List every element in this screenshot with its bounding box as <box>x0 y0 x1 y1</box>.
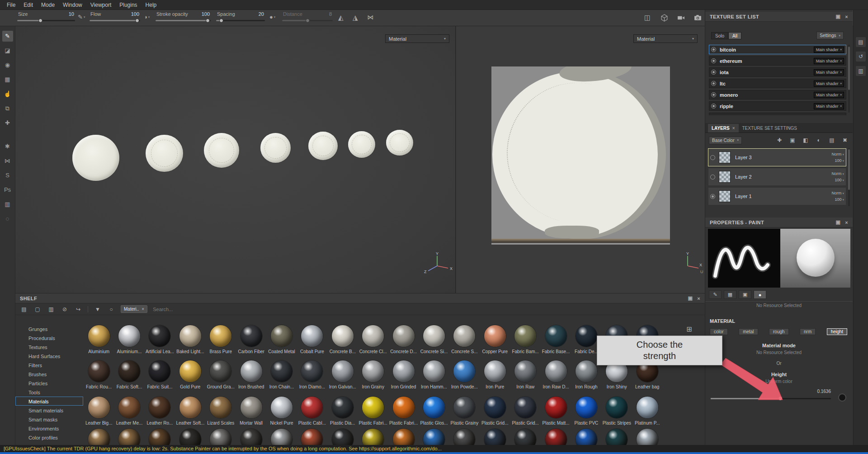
material-nickel-pure[interactable]: Nickel Pure <box>266 397 297 426</box>
material-item[interactable] <box>236 429 266 445</box>
material-concrete-d[interactable]: Concrete D... <box>388 325 419 354</box>
symmetry-icon[interactable]: ⋈ <box>2 156 13 166</box>
material-aluminium[interactable]: Aluminium... <box>114 325 144 354</box>
settings-dropdown[interactable]: Settings <box>816 32 844 39</box>
tab-layers[interactable]: LAYERS × <box>708 124 739 132</box>
file-list-icon[interactable]: ▥ <box>47 306 55 312</box>
material-plastic-dia[interactable]: Plastic Dia... <box>327 397 358 426</box>
menu-file[interactable]: File <box>3 1 19 9</box>
visibility-radio-icon[interactable] <box>711 81 716 86</box>
material-item[interactable] <box>602 429 632 445</box>
script-icon[interactable]: ▥ <box>2 199 13 210</box>
shelf-category-materials[interactable]: Materials <box>15 397 83 406</box>
material-item[interactable] <box>145 429 175 445</box>
stencil-tab[interactable]: ▣ <box>739 290 751 299</box>
size-control[interactable]: Size10 <box>17 11 75 25</box>
material-iron-hamm[interactable]: Iron Hamm... <box>419 360 449 389</box>
shader-select[interactable]: Main shader <box>814 80 844 87</box>
brush-falloff-icon[interactable]: ✎▾ <box>78 14 85 20</box>
material-iron-raw-d[interactable]: Iron Raw D... <box>541 360 571 389</box>
polygon-fill-tool[interactable]: ▦ <box>2 74 13 85</box>
material-copper-pure[interactable]: Copper Pure <box>480 325 510 354</box>
tab-close-icon[interactable]: × <box>732 126 735 131</box>
opacity-select[interactable]: 100 <box>835 158 844 163</box>
projection-tool[interactable]: ◉ <box>2 60 13 71</box>
menu-help[interactable]: Help <box>142 1 161 9</box>
material-cobalt-pure[interactable]: Cobalt Pure <box>297 325 327 354</box>
viewport-layout-icon[interactable]: ◫ <box>642 12 653 23</box>
layer-row-layer-3[interactable]: Layer 3Norm100 <box>708 148 846 166</box>
material-concrete-si[interactable]: Concrete Si... <box>419 325 449 354</box>
eraser-tool[interactable]: ◪ <box>2 45 13 56</box>
menu-edit[interactable]: Edit <box>19 1 37 9</box>
shelf-category-color-profiles[interactable]: Color profiles <box>15 433 83 442</box>
material-aluminium[interactable]: Aluminium <box>84 325 114 354</box>
material-fabric-suit[interactable]: Fabric Suit... <box>145 360 175 389</box>
delete-layer-icon[interactable]: ✖ <box>841 137 849 143</box>
add-layer-icon[interactable]: ▣ <box>788 137 797 143</box>
shelf-category-hard-surfaces[interactable]: Hard Surfaces <box>15 351 83 360</box>
layer-row-layer-1[interactable]: Layer 1Norm100 <box>708 187 846 205</box>
visibility-radio-icon[interactable] <box>711 92 716 97</box>
opacity-select[interactable]: 100 <box>835 178 844 182</box>
stroke-opacity-control[interactable]: Stroke opacity100 <box>156 11 211 25</box>
layer-thumbnail[interactable] <box>719 151 731 163</box>
material-item[interactable] <box>327 429 358 445</box>
material-fabric-soft[interactable]: Fabric Soft... <box>114 360 144 389</box>
material-item[interactable] <box>297 429 327 445</box>
material-mortar-wall[interactable]: Mortar Wall <box>236 397 266 426</box>
material-lizard-scales[interactable]: Lizard Scales <box>206 397 236 426</box>
new-file-icon[interactable]: ▢ <box>33 306 42 312</box>
material-fabric-bam[interactable]: Fabric Bam... <box>510 325 540 354</box>
visibility-radio-icon[interactable] <box>711 104 716 109</box>
material-item[interactable] <box>84 429 114 445</box>
shelf-filter-tag[interactable]: Materi.. × <box>121 305 147 313</box>
filter-circle-icon[interactable]: ○ <box>107 306 115 312</box>
shelf-category-grunges[interactable]: Grunges <box>15 324 83 333</box>
shelf-category-procedurals[interactable]: Procedurals <box>15 333 83 342</box>
channel-rough[interactable]: rough <box>769 328 789 335</box>
material-item[interactable] <box>358 429 388 445</box>
material-plastic-grid[interactable]: Plastic Grid... <box>510 397 540 426</box>
camera-video-icon[interactable] <box>675 12 686 23</box>
material-plastic-fabri[interactable]: Plastic Fabri... <box>388 397 419 426</box>
material-plastic-matt[interactable]: Plastic Matt... <box>541 397 571 426</box>
material-carbon-fiber[interactable]: Carbon Fiber <box>236 325 266 354</box>
texture-set-scrollbar[interactable] <box>848 45 850 113</box>
material-iron-grinded[interactable]: Iron Grinded <box>388 360 419 389</box>
material-plastic-pvc[interactable]: Plastic PVC <box>571 397 601 426</box>
size-slider[interactable] <box>17 20 75 21</box>
material-item[interactable] <box>206 429 236 445</box>
channel-metal[interactable]: metal <box>739 328 758 335</box>
smudge-tool[interactable]: ☝ <box>2 89 13 99</box>
viewport-3d[interactable]: Material Y X Z <box>15 26 456 293</box>
menu-mode[interactable]: Mode <box>37 1 59 9</box>
material-fabric-base[interactable]: Fabric Base... <box>541 325 571 354</box>
shelf-category-brushes[interactable]: Brushes <box>15 369 83 378</box>
material-item[interactable] <box>541 429 571 445</box>
shader-select[interactable]: Main shader <box>814 58 844 64</box>
clone-tool[interactable]: ⧉ <box>2 103 13 114</box>
stroke-opacity-icon[interactable]: ◑▾ <box>144 14 150 20</box>
history-icon[interactable]: ↺ <box>856 52 866 61</box>
height-color-swatch[interactable] <box>838 393 846 402</box>
add-fill-layer-icon[interactable]: ◧ <box>802 137 810 143</box>
channel-select-dropdown[interactable]: Base Color <box>709 137 742 144</box>
material-plastic-stripes[interactable]: Plastic Stripes <box>602 397 632 426</box>
material-item[interactable] <box>571 429 601 445</box>
viewport-2d[interactable]: Material Y X U <box>456 26 705 293</box>
solo-button[interactable]: Solo <box>711 32 728 39</box>
stroke-opacity-slider[interactable] <box>156 20 211 21</box>
brush-tab[interactable]: ✎ <box>709 290 722 299</box>
shelf-category-smart-materials[interactable]: Smart materials <box>15 406 83 415</box>
flow-slider[interactable] <box>90 20 140 21</box>
material-baked-light[interactable]: Baked Light... <box>175 325 205 354</box>
material-item[interactable] <box>480 429 510 445</box>
layer-row-layer-2[interactable]: Layer 2Norm100 <box>708 168 846 186</box>
texture-set-monero[interactable]: moneroMain shader <box>709 90 846 99</box>
material-item[interactable] <box>419 429 449 445</box>
close-icon[interactable]: × <box>697 296 700 301</box>
channel-height[interactable]: height <box>827 328 847 335</box>
material-iron-brushed[interactable]: Iron Brushed <box>236 360 266 389</box>
layers-scrollbar[interactable] <box>848 148 850 206</box>
